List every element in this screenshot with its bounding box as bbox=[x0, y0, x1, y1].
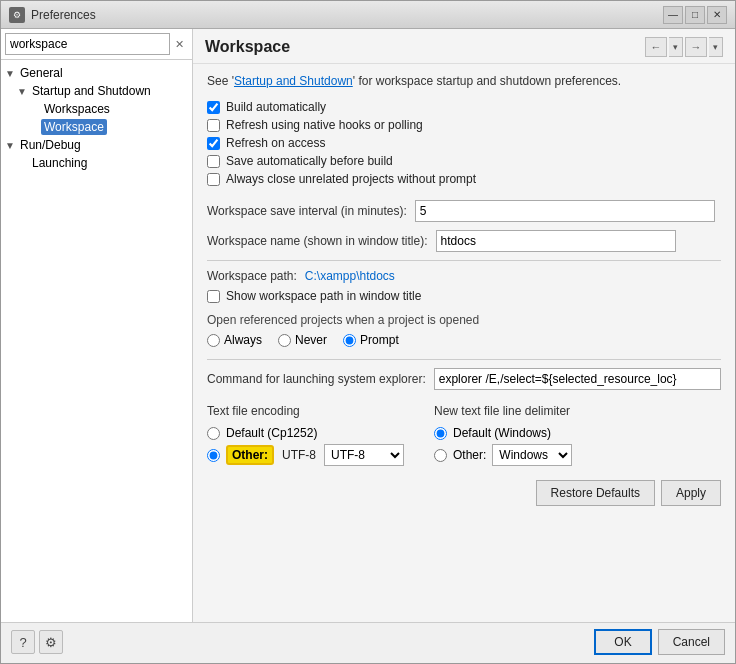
checkbox-always-close[interactable]: Always close unrelated projects without … bbox=[207, 172, 721, 186]
encoding-other-radio-row[interactable] bbox=[207, 449, 220, 462]
close-button[interactable]: ✕ bbox=[707, 6, 727, 24]
workspace-name-row: Workspace name (shown in window title): bbox=[207, 230, 721, 252]
encoding-other-select[interactable]: UTF-8 UTF-16 ISO-8859-1 US-ASCII bbox=[324, 444, 404, 466]
separator-1 bbox=[207, 260, 721, 261]
encoding-other-badge: Other: bbox=[226, 445, 274, 465]
command-input[interactable] bbox=[434, 368, 721, 390]
cancel-button[interactable]: Cancel bbox=[658, 629, 725, 655]
checkbox-show-path[interactable]: Show workspace path in window title bbox=[207, 289, 721, 303]
command-label: Command for launching system explorer: bbox=[207, 372, 426, 386]
info-line: See 'Startup and Shutdown' for workspace… bbox=[207, 74, 721, 88]
sidebar-item-startup[interactable]: ▼ Startup and Shutdown bbox=[1, 82, 192, 100]
tree-toggle-general[interactable]: ▼ bbox=[5, 68, 17, 79]
radio-always[interactable]: Always bbox=[207, 333, 262, 347]
radio-never[interactable]: Never bbox=[278, 333, 327, 347]
restore-apply-row: Restore Defaults Apply bbox=[207, 476, 721, 514]
preferences-window: ⚙ Preferences — □ ✕ ✕ ▼ General bbox=[0, 0, 736, 664]
newline-other-row: Other: Windows Unix Mac bbox=[434, 444, 572, 466]
radio-never-label: Never bbox=[295, 333, 327, 347]
checkbox-show-path-input[interactable] bbox=[207, 290, 220, 303]
nav-forward-dropdown[interactable]: ▾ bbox=[709, 37, 723, 57]
titlebar-controls: — □ ✕ bbox=[663, 6, 727, 24]
workspace-path-row: Workspace path: C:\xampp\htdocs bbox=[207, 269, 721, 283]
tree-toggle-rundebug[interactable]: ▼ bbox=[5, 140, 17, 151]
radio-prompt[interactable]: Prompt bbox=[343, 333, 399, 347]
checkbox-group: Build automatically Refresh using native… bbox=[207, 100, 721, 186]
search-box: ✕ bbox=[1, 29, 192, 60]
search-input[interactable] bbox=[5, 33, 170, 55]
sidebar-label-rundebug[interactable]: Run/Debug bbox=[17, 137, 84, 153]
sidebar-label-workspaces[interactable]: Workspaces bbox=[41, 101, 113, 117]
encoding-default-row[interactable]: Default (Cp1252) bbox=[207, 426, 404, 440]
sidebar: ✕ ▼ General ▼ Startup and Shutdown bbox=[1, 29, 193, 622]
workspace-name-label: Workspace name (shown in window title): bbox=[207, 234, 428, 248]
checkbox-refresh-native-input[interactable] bbox=[207, 119, 220, 132]
sidebar-label-startup[interactable]: Startup and Shutdown bbox=[29, 83, 154, 99]
checkbox-always-close-label: Always close unrelated projects without … bbox=[226, 172, 476, 186]
sidebar-item-workspaces[interactable]: Workspaces bbox=[1, 100, 192, 118]
checkbox-build-auto-input[interactable] bbox=[207, 101, 220, 114]
newline-default-radio[interactable] bbox=[434, 427, 447, 440]
sidebar-item-rundebug[interactable]: ▼ Run/Debug bbox=[1, 136, 192, 154]
minimize-button[interactable]: — bbox=[663, 6, 683, 24]
sidebar-item-launching[interactable]: Launching bbox=[1, 154, 192, 172]
checkbox-refresh-access-input[interactable] bbox=[207, 137, 220, 150]
search-clear-icon[interactable]: ✕ bbox=[170, 35, 188, 53]
help-icon[interactable]: ? bbox=[11, 630, 35, 654]
encoding-default-radio[interactable] bbox=[207, 427, 220, 440]
radio-never-input[interactable] bbox=[278, 334, 291, 347]
checkbox-refresh-native[interactable]: Refresh using native hooks or polling bbox=[207, 118, 721, 132]
panel-title: Workspace bbox=[205, 38, 290, 56]
encoding-other-row: Other: UTF-8 UTF-8 UTF-16 ISO-8859-1 US-… bbox=[207, 444, 404, 466]
save-interval-row: Workspace save interval (in minutes): bbox=[207, 200, 721, 222]
bottom-left-icons: ? ⚙ bbox=[11, 630, 63, 654]
checkbox-refresh-access-label: Refresh on access bbox=[226, 136, 325, 150]
text-encoding-group: Text file encoding Default (Cp1252) Othe… bbox=[207, 404, 404, 466]
newline-title: New text file line delimiter bbox=[434, 404, 572, 418]
checkbox-save-before-input[interactable] bbox=[207, 155, 220, 168]
checkbox-save-before[interactable]: Save automatically before build bbox=[207, 154, 721, 168]
workspace-path-label: Workspace path: bbox=[207, 269, 297, 283]
nav-back-button[interactable]: ← bbox=[645, 37, 667, 57]
newline-other-radio-row[interactable]: Other: bbox=[434, 448, 486, 462]
checkbox-always-close-input[interactable] bbox=[207, 173, 220, 186]
tree-toggle-startup[interactable]: ▼ bbox=[17, 86, 29, 97]
open-projects-label: Open referenced projects when a project … bbox=[207, 313, 721, 327]
maximize-button[interactable]: □ bbox=[685, 6, 705, 24]
radio-always-input[interactable] bbox=[207, 334, 220, 347]
ok-button[interactable]: OK bbox=[594, 629, 651, 655]
checkbox-build-auto[interactable]: Build automatically bbox=[207, 100, 721, 114]
bottom-right-buttons: OK Cancel bbox=[594, 629, 725, 655]
newline-group: New text file line delimiter Default (Wi… bbox=[434, 404, 572, 466]
tree: ▼ General ▼ Startup and Shutdown Workspa… bbox=[1, 60, 192, 622]
radio-prompt-input[interactable] bbox=[343, 334, 356, 347]
window-icon: ⚙ bbox=[9, 7, 25, 23]
apply-button[interactable]: Apply bbox=[661, 480, 721, 506]
panel-nav: ← ▾ → ▾ bbox=[645, 37, 723, 57]
newline-default-row[interactable]: Default (Windows) bbox=[434, 426, 572, 440]
nav-back-dropdown[interactable]: ▾ bbox=[669, 37, 683, 57]
nav-forward-button[interactable]: → bbox=[685, 37, 707, 57]
sidebar-item-general[interactable]: ▼ General bbox=[1, 64, 192, 82]
save-interval-input[interactable] bbox=[415, 200, 715, 222]
newline-other-select[interactable]: Windows Unix Mac bbox=[492, 444, 572, 466]
settings-icon[interactable]: ⚙ bbox=[39, 630, 63, 654]
panel-header: Workspace ← ▾ → ▾ bbox=[193, 29, 735, 64]
sidebar-label-workspace[interactable]: Workspace bbox=[41, 119, 107, 135]
newline-other-radio[interactable] bbox=[434, 449, 447, 462]
sidebar-item-workspace[interactable]: Workspace bbox=[1, 118, 192, 136]
startup-shutdown-link[interactable]: Startup and Shutdown bbox=[234, 74, 353, 88]
info-text-after: ' for workspace startup and shutdown pre… bbox=[353, 74, 621, 88]
separator-2 bbox=[207, 359, 721, 360]
workspace-name-input[interactable] bbox=[436, 230, 676, 252]
sidebar-label-general[interactable]: General bbox=[17, 65, 66, 81]
titlebar: ⚙ Preferences — □ ✕ bbox=[1, 1, 735, 29]
restore-defaults-button[interactable]: Restore Defaults bbox=[536, 480, 655, 506]
main-content: ✕ ▼ General ▼ Startup and Shutdown bbox=[1, 29, 735, 622]
ok-cancel-bar: ? ⚙ OK Cancel bbox=[1, 622, 735, 663]
checkbox-refresh-access[interactable]: Refresh on access bbox=[207, 136, 721, 150]
encoding-other-radio[interactable] bbox=[207, 449, 220, 462]
radio-group-projects: Always Never Prompt bbox=[207, 333, 721, 347]
window-title: Preferences bbox=[31, 8, 663, 22]
sidebar-label-launching[interactable]: Launching bbox=[29, 155, 90, 171]
